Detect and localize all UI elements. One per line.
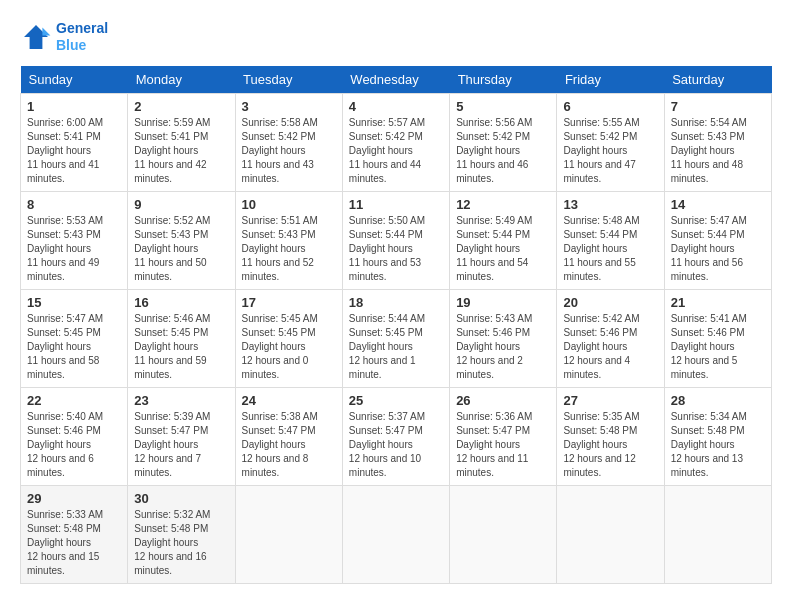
day-info: Sunrise: 5:34 AMSunset: 5:48 PMDaylight … [671,410,765,480]
day-info: Sunrise: 5:51 AMSunset: 5:43 PMDaylight … [242,214,336,284]
day-info: Sunrise: 5:59 AMSunset: 5:41 PMDaylight … [134,116,228,186]
day-cell-27: 27Sunrise: 5:35 AMSunset: 5:48 PMDayligh… [557,387,664,485]
day-number: 7 [671,99,765,114]
empty-cell [450,485,557,583]
day-info: Sunrise: 5:32 AMSunset: 5:48 PMDaylight … [134,508,228,578]
day-cell-16: 16Sunrise: 5:46 AMSunset: 5:45 PMDayligh… [128,289,235,387]
weekday-header-row: SundayMondayTuesdayWednesdayThursdayFrid… [21,66,772,94]
day-cell-30: 30Sunrise: 5:32 AMSunset: 5:48 PMDayligh… [128,485,235,583]
day-info: Sunrise: 5:33 AMSunset: 5:48 PMDaylight … [27,508,121,578]
week-row-2: 8Sunrise: 5:53 AMSunset: 5:43 PMDaylight… [21,191,772,289]
day-cell-13: 13Sunrise: 5:48 AMSunset: 5:44 PMDayligh… [557,191,664,289]
weekday-header-tuesday: Tuesday [235,66,342,94]
day-number: 23 [134,393,228,408]
day-info: Sunrise: 5:42 AMSunset: 5:46 PMDaylight … [563,312,657,382]
day-cell-15: 15Sunrise: 5:47 AMSunset: 5:45 PMDayligh… [21,289,128,387]
day-info: Sunrise: 5:39 AMSunset: 5:47 PMDaylight … [134,410,228,480]
day-info: Sunrise: 5:41 AMSunset: 5:46 PMDaylight … [671,312,765,382]
day-info: Sunrise: 5:50 AMSunset: 5:44 PMDaylight … [349,214,443,284]
day-number: 19 [456,295,550,310]
day-number: 22 [27,393,121,408]
day-number: 28 [671,393,765,408]
day-number: 15 [27,295,121,310]
day-number: 17 [242,295,336,310]
day-cell-9: 9Sunrise: 5:52 AMSunset: 5:43 PMDaylight… [128,191,235,289]
day-number: 13 [563,197,657,212]
logo-icon [20,21,52,53]
day-cell-29: 29Sunrise: 5:33 AMSunset: 5:48 PMDayligh… [21,485,128,583]
day-cell-8: 8Sunrise: 5:53 AMSunset: 5:43 PMDaylight… [21,191,128,289]
day-number: 21 [671,295,765,310]
calendar-table: SundayMondayTuesdayWednesdayThursdayFrid… [20,66,772,584]
weekday-header-thursday: Thursday [450,66,557,94]
day-info: Sunrise: 5:55 AMSunset: 5:42 PMDaylight … [563,116,657,186]
day-info: Sunrise: 5:38 AMSunset: 5:47 PMDaylight … [242,410,336,480]
day-cell-3: 3Sunrise: 5:58 AMSunset: 5:42 PMDaylight… [235,93,342,191]
day-number: 9 [134,197,228,212]
svg-marker-0 [24,25,48,49]
day-cell-17: 17Sunrise: 5:45 AMSunset: 5:45 PMDayligh… [235,289,342,387]
weekday-header-saturday: Saturday [664,66,771,94]
day-cell-5: 5Sunrise: 5:56 AMSunset: 5:42 PMDaylight… [450,93,557,191]
day-number: 14 [671,197,765,212]
day-cell-21: 21Sunrise: 5:41 AMSunset: 5:46 PMDayligh… [664,289,771,387]
day-cell-24: 24Sunrise: 5:38 AMSunset: 5:47 PMDayligh… [235,387,342,485]
day-info: Sunrise: 5:58 AMSunset: 5:42 PMDaylight … [242,116,336,186]
day-info: Sunrise: 5:36 AMSunset: 5:47 PMDaylight … [456,410,550,480]
empty-cell [664,485,771,583]
day-info: Sunrise: 5:43 AMSunset: 5:46 PMDaylight … [456,312,550,382]
empty-cell [557,485,664,583]
last-week-row: 29Sunrise: 5:33 AMSunset: 5:48 PMDayligh… [21,485,772,583]
logo: General Blue [20,20,108,54]
weekday-header-wednesday: Wednesday [342,66,449,94]
logo-text: General Blue [56,20,108,54]
day-info: Sunrise: 5:46 AMSunset: 5:45 PMDaylight … [134,312,228,382]
weekday-header-friday: Friday [557,66,664,94]
day-cell-6: 6Sunrise: 5:55 AMSunset: 5:42 PMDaylight… [557,93,664,191]
day-cell-19: 19Sunrise: 5:43 AMSunset: 5:46 PMDayligh… [450,289,557,387]
day-number: 26 [456,393,550,408]
day-number: 2 [134,99,228,114]
day-info: Sunrise: 5:37 AMSunset: 5:47 PMDaylight … [349,410,443,480]
day-number: 8 [27,197,121,212]
page-header: General Blue [20,20,772,54]
empty-cell [235,485,342,583]
day-info: Sunrise: 5:54 AMSunset: 5:43 PMDaylight … [671,116,765,186]
day-cell-14: 14Sunrise: 5:47 AMSunset: 5:44 PMDayligh… [664,191,771,289]
empty-cell [342,485,449,583]
svg-marker-1 [42,27,50,35]
day-info: Sunrise: 5:47 AMSunset: 5:45 PMDaylight … [27,312,121,382]
day-number: 4 [349,99,443,114]
day-info: Sunrise: 5:35 AMSunset: 5:48 PMDaylight … [563,410,657,480]
day-info: Sunrise: 5:49 AMSunset: 5:44 PMDaylight … [456,214,550,284]
day-cell-28: 28Sunrise: 5:34 AMSunset: 5:48 PMDayligh… [664,387,771,485]
day-cell-18: 18Sunrise: 5:44 AMSunset: 5:45 PMDayligh… [342,289,449,387]
day-number: 10 [242,197,336,212]
day-info: Sunrise: 5:47 AMSunset: 5:44 PMDaylight … [671,214,765,284]
day-cell-2: 2Sunrise: 5:59 AMSunset: 5:41 PMDaylight… [128,93,235,191]
day-number: 20 [563,295,657,310]
day-cell-22: 22Sunrise: 5:40 AMSunset: 5:46 PMDayligh… [21,387,128,485]
week-row-3: 15Sunrise: 5:47 AMSunset: 5:45 PMDayligh… [21,289,772,387]
day-cell-26: 26Sunrise: 5:36 AMSunset: 5:47 PMDayligh… [450,387,557,485]
day-info: Sunrise: 6:00 AMSunset: 5:41 PMDaylight … [27,116,121,186]
weekday-header-sunday: Sunday [21,66,128,94]
week-row-4: 22Sunrise: 5:40 AMSunset: 5:46 PMDayligh… [21,387,772,485]
day-number: 16 [134,295,228,310]
day-info: Sunrise: 5:40 AMSunset: 5:46 PMDaylight … [27,410,121,480]
day-number: 12 [456,197,550,212]
day-number: 30 [134,491,228,506]
day-info: Sunrise: 5:57 AMSunset: 5:42 PMDaylight … [349,116,443,186]
day-number: 1 [27,99,121,114]
day-cell-10: 10Sunrise: 5:51 AMSunset: 5:43 PMDayligh… [235,191,342,289]
day-cell-20: 20Sunrise: 5:42 AMSunset: 5:46 PMDayligh… [557,289,664,387]
day-info: Sunrise: 5:52 AMSunset: 5:43 PMDaylight … [134,214,228,284]
day-number: 3 [242,99,336,114]
day-number: 5 [456,99,550,114]
day-cell-7: 7Sunrise: 5:54 AMSunset: 5:43 PMDaylight… [664,93,771,191]
day-cell-12: 12Sunrise: 5:49 AMSunset: 5:44 PMDayligh… [450,191,557,289]
day-info: Sunrise: 5:56 AMSunset: 5:42 PMDaylight … [456,116,550,186]
day-number: 24 [242,393,336,408]
day-cell-25: 25Sunrise: 5:37 AMSunset: 5:47 PMDayligh… [342,387,449,485]
day-number: 27 [563,393,657,408]
